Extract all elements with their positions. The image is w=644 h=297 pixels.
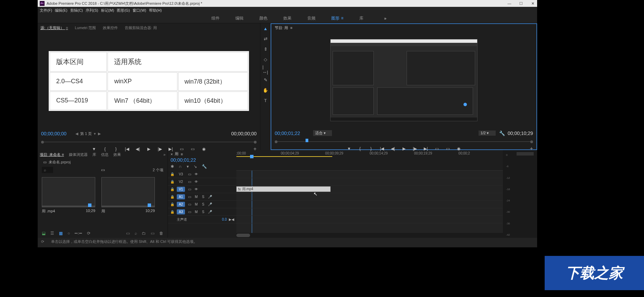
- sync-lock-icon[interactable]: ▭: [187, 172, 192, 176]
- step-fwd-icon[interactable]: |▶: [158, 147, 162, 151]
- sync-lock-icon[interactable]: ▭: [187, 195, 192, 199]
- zoom-fit-select[interactable]: 适合 ▾: [313, 130, 332, 136]
- mark-in-icon[interactable]: {: [103, 147, 108, 151]
- track-label[interactable]: V2: [177, 179, 185, 184]
- tab-project[interactable]: 项目: 未命名 ≡: [40, 152, 64, 157]
- sync-lock-icon[interactable]: ▭: [187, 210, 192, 214]
- menu-window[interactable]: 窗口(W): [133, 8, 146, 13]
- track-label[interactable]: V3: [177, 172, 185, 177]
- lock-icon[interactable]: 🔒: [170, 172, 175, 176]
- tab-lumetri[interactable]: Lumetri 范围: [75, 25, 96, 30]
- program-timecode-current[interactable]: 00;00;01;22: [275, 131, 309, 136]
- sync-lock-icon[interactable]: ▭: [187, 202, 192, 206]
- delete-icon[interactable]: 🗑: [159, 231, 163, 236]
- expand-icon[interactable]: ▶◀: [229, 218, 234, 221]
- lock-icon[interactable]: 🔒: [170, 195, 175, 199]
- track-label[interactable]: A2: [177, 202, 185, 207]
- voice-over-icon[interactable]: 🎤: [208, 210, 212, 214]
- lock-icon[interactable]: ⬓: [42, 231, 46, 236]
- hand-tool-icon[interactable]: ✋: [262, 87, 269, 93]
- source-scrubber[interactable]: [41, 139, 257, 145]
- tracks-canvas[interactable]: fx 用.mp4 ↖: [236, 171, 503, 233]
- project-item[interactable]: 用 .mp4 10;29: [42, 177, 95, 214]
- overwrite-icon[interactable]: ▭: [190, 147, 195, 151]
- tab-libraries[interactable]: 库: [92, 152, 96, 157]
- ws-graphics[interactable]: 图形≡: [329, 15, 346, 21]
- icon-view-icon[interactable]: ▦: [59, 231, 63, 236]
- menu-marker[interactable]: 标记(M): [101, 8, 114, 13]
- timeline-wrench-icon[interactable]: 🔧: [202, 164, 207, 169]
- solo-icon[interactable]: S: [201, 195, 206, 199]
- page-next-icon[interactable]: ▶: [98, 132, 101, 136]
- track-select-tool-icon[interactable]: ⇄: [262, 36, 269, 42]
- freeform-view-icon[interactable]: ○: [67, 231, 70, 236]
- status-refresh-icon[interactable]: ⟳: [41, 239, 44, 244]
- maximize-button[interactable]: ☐: [519, 1, 523, 6]
- new-item-icon[interactable]: ▭: [151, 231, 154, 236]
- add-marker-icon[interactable]: ▾: [187, 164, 189, 169]
- eye-icon[interactable]: 👁: [194, 180, 199, 184]
- close-button[interactable]: ✕: [530, 1, 535, 6]
- eye-icon[interactable]: 👁: [194, 172, 199, 176]
- razor-tool-icon[interactable]: ◇: [262, 56, 269, 62]
- menu-graphics[interactable]: 图形(G): [117, 8, 130, 13]
- menu-help[interactable]: 帮助(H): [149, 8, 162, 13]
- panel-menu-icon[interactable]: ≡: [290, 26, 292, 30]
- ws-editing[interactable]: 编辑: [233, 15, 246, 21]
- page-dropdown-icon[interactable]: ▾: [94, 132, 96, 136]
- lock-icon[interactable]: 🔒: [170, 180, 175, 184]
- sync-lock-icon[interactable]: ▭: [187, 180, 192, 184]
- timeline-ruler[interactable]: ;00;00 00;00;04;29 00;00;09;29 00;00;14;…: [236, 150, 503, 171]
- tab-effect-controls[interactable]: 效果控件: [103, 25, 118, 30]
- lock-icon[interactable]: 🔒: [170, 210, 175, 214]
- timeline-timecode[interactable]: 00;00;01;22: [171, 157, 234, 163]
- goto-in-icon[interactable]: |◀: [125, 147, 129, 151]
- new-bin-icon[interactable]: 🗀: [142, 231, 146, 236]
- type-tool-icon[interactable]: T: [262, 97, 269, 103]
- list-view-icon[interactable]: ☰: [50, 231, 54, 236]
- project-search-input[interactable]: ⌕: [42, 167, 53, 173]
- menu-sequence[interactable]: 序列(S): [86, 8, 98, 13]
- solo-icon[interactable]: S: [201, 210, 206, 214]
- project-overflow-icon[interactable]: »: [163, 152, 165, 157]
- sequence-tab[interactable]: × 用 ≡: [171, 151, 234, 157]
- lock-icon[interactable]: 🔒: [170, 202, 175, 206]
- ws-audio[interactable]: 音频: [305, 15, 318, 21]
- step-back-icon[interactable]: ◀|: [136, 147, 140, 151]
- new-bin-icon[interactable]: ▭: [101, 168, 105, 172]
- tab-source[interactable]: 源:（无剪辑） ≡: [40, 25, 68, 30]
- voice-over-icon[interactable]: 🎤: [208, 195, 212, 199]
- eye-icon[interactable]: 👁: [194, 187, 199, 191]
- play-icon[interactable]: ▶: [147, 147, 151, 151]
- ws-library[interactable]: 库: [357, 15, 366, 21]
- master-value[interactable]: 0.0: [222, 218, 227, 221]
- insert-icon[interactable]: ▭: [179, 147, 184, 151]
- voice-over-icon[interactable]: 🎤: [208, 202, 212, 206]
- mark-out-icon[interactable]: }: [114, 147, 119, 151]
- marker-icon[interactable]: ▼: [92, 147, 97, 151]
- pen-tool-icon[interactable]: ✎: [262, 77, 269, 83]
- export-frame-icon[interactable]: ◉: [201, 147, 206, 151]
- snap-icon[interactable]: ✱: [171, 164, 174, 169]
- track-label[interactable]: A1: [177, 194, 185, 199]
- mute-icon[interactable]: M: [194, 195, 199, 199]
- resolution-select[interactable]: 1/2 ▾: [479, 131, 496, 136]
- playhead-marker[interactable]: [306, 139, 308, 142]
- tab-info[interactable]: 信息: [101, 152, 109, 157]
- automate-icon[interactable]: ▭: [126, 231, 130, 236]
- scrollbar-thumb[interactable]: [236, 234, 250, 237]
- ws-effects[interactable]: 效果: [281, 15, 294, 21]
- ws-assembly[interactable]: 组件: [209, 15, 222, 21]
- settings-icon[interactable]: 🔧: [499, 131, 505, 136]
- selection-tool-icon[interactable]: ▲: [262, 25, 269, 32]
- source-timecode-current[interactable]: 00;00;00;00: [41, 131, 75, 136]
- linked-selection-icon[interactable]: ∩: [179, 164, 182, 169]
- ws-overflow-button[interactable]: »: [384, 16, 386, 21]
- lock-icon[interactable]: 🔒: [170, 187, 175, 191]
- mute-icon[interactable]: M: [194, 202, 199, 206]
- zoom-slider[interactable]: ━○━: [75, 231, 82, 236]
- menu-edit[interactable]: 编辑(E): [55, 8, 67, 13]
- solo-icon[interactable]: S: [201, 202, 206, 206]
- menu-clip[interactable]: 剪辑(C): [70, 8, 83, 13]
- page-prev-icon[interactable]: ◀: [75, 132, 78, 136]
